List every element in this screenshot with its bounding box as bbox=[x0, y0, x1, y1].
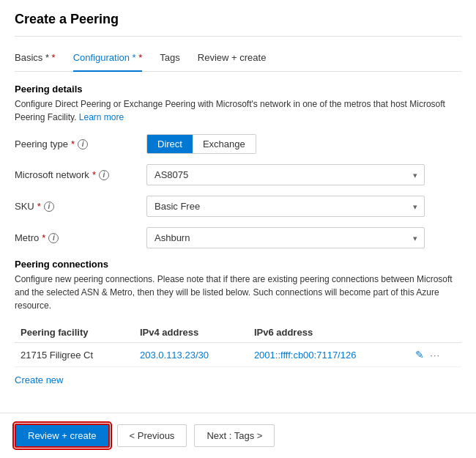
connections-header-row: Peering facility IPv4 address IPv6 addre… bbox=[15, 322, 461, 343]
metro-label: Metro * i bbox=[15, 232, 146, 243]
microsoft-network-select-wrapper: AS8075 ▾ bbox=[146, 164, 425, 185]
next-button[interactable]: Next : Tags > bbox=[194, 424, 275, 447]
required-star-network: * bbox=[92, 169, 96, 180]
chevron-down-icon-metro: ▾ bbox=[413, 233, 417, 243]
col-ipv4: IPv4 address bbox=[134, 322, 248, 343]
microsoft-network-control: AS8075 ▾ bbox=[146, 164, 461, 185]
chevron-down-icon: ▾ bbox=[413, 170, 417, 180]
tab-tags[interactable]: Tags bbox=[160, 46, 179, 72]
metro-info-icon[interactable]: i bbox=[48, 233, 59, 243]
previous-button[interactable]: < Previous bbox=[117, 424, 187, 447]
peering-connections-section: Peering connections Configure new peerin… bbox=[15, 259, 461, 385]
tab-configuration[interactable]: Configuration * bbox=[73, 46, 143, 72]
sku-field: SKU * i Basic Free ▾ bbox=[15, 196, 461, 217]
required-star-sku: * bbox=[37, 201, 41, 212]
ipv4-link[interactable]: 203.0.113.23/30 bbox=[140, 350, 209, 361]
connections-table-body: 21715 Filigree Ct 203.0.113.23/30 2001::… bbox=[15, 343, 461, 367]
sku-info-icon[interactable]: i bbox=[44, 202, 54, 212]
tab-review-create[interactable]: Review + create bbox=[198, 46, 267, 72]
table-row: 21715 Filigree Ct 203.0.113.23/30 2001::… bbox=[15, 343, 461, 367]
more-options-icon[interactable]: ··· bbox=[430, 350, 440, 361]
toggle-direct[interactable]: Direct bbox=[147, 135, 193, 153]
learn-more-link[interactable]: Learn more bbox=[79, 112, 124, 122]
page-title: Create a Peering bbox=[15, 12, 461, 37]
tab-bar: Basics * Configuration * Tags Review + c… bbox=[15, 45, 461, 72]
connections-table: Peering facility IPv4 address IPv6 addre… bbox=[15, 322, 461, 367]
peering-details-section: Peering details Configure Direct Peering… bbox=[15, 84, 461, 248]
ipv4-cell: 203.0.113.23/30 bbox=[134, 343, 248, 367]
create-new-link[interactable]: Create new bbox=[15, 374, 63, 385]
col-ipv6: IPv6 address bbox=[248, 322, 409, 343]
metro-field: Metro * i Ashburn ▾ bbox=[15, 227, 461, 248]
peering-type-control: Direct Exchange bbox=[146, 134, 461, 154]
microsoft-network-field: Microsoft network * i AS8075 ▾ bbox=[15, 164, 461, 185]
sku-label: SKU * i bbox=[15, 201, 146, 212]
edit-icon[interactable]: ✎ bbox=[415, 349, 424, 361]
microsoft-network-info-icon[interactable]: i bbox=[99, 170, 109, 180]
bottom-bar: Review + create < Previous Next : Tags > bbox=[0, 413, 476, 458]
peering-type-field: Peering type * i Direct Exchange bbox=[15, 134, 461, 154]
required-star: * bbox=[71, 138, 75, 149]
peering-type-label: Peering type * i bbox=[15, 138, 146, 149]
main-content: Create a Peering Basics * Configuration … bbox=[0, 0, 476, 385]
required-star-metro: * bbox=[42, 232, 45, 243]
peering-connections-description: Configure new peering connections. Pleas… bbox=[15, 273, 461, 312]
metro-control: Ashburn ▾ bbox=[146, 227, 461, 248]
row-actions: ✎ ··· bbox=[415, 349, 455, 361]
peering-type-info-icon[interactable]: i bbox=[78, 139, 88, 149]
tab-basics[interactable]: Basics * bbox=[15, 46, 56, 72]
sku-select[interactable]: Basic Free ▾ bbox=[146, 196, 425, 217]
metro-select[interactable]: Ashburn ▾ bbox=[146, 227, 425, 248]
page-wrapper: Create a Peering Basics * Configuration … bbox=[0, 0, 476, 458]
actions-cell: ✎ ··· bbox=[409, 343, 461, 367]
peering-details-description: Configure Direct Peering or Exchange Pee… bbox=[15, 97, 461, 124]
col-actions bbox=[409, 322, 461, 343]
peering-type-toggle: Direct Exchange bbox=[146, 134, 256, 154]
toggle-exchange[interactable]: Exchange bbox=[193, 135, 256, 153]
ipv6-cell: 2001::ffff:cb00:7117/126 bbox=[248, 343, 409, 367]
peering-details-title: Peering details bbox=[15, 84, 461, 95]
metro-select-wrapper: Ashburn ▾ bbox=[146, 227, 425, 248]
peering-connections-title: Peering connections bbox=[15, 259, 461, 270]
facility-cell: 21715 Filigree Ct bbox=[15, 343, 134, 367]
sku-select-wrapper: Basic Free ▾ bbox=[146, 196, 425, 217]
review-create-button[interactable]: Review + create bbox=[15, 424, 110, 448]
sku-control: Basic Free ▾ bbox=[146, 196, 461, 217]
chevron-down-icon-sku: ▾ bbox=[413, 202, 417, 211]
col-facility: Peering facility bbox=[15, 322, 134, 343]
ipv6-link[interactable]: 2001::ffff:cb00:7117/126 bbox=[254, 350, 357, 361]
microsoft-network-label: Microsoft network * i bbox=[15, 169, 146, 180]
microsoft-network-select[interactable]: AS8075 ▾ bbox=[146, 164, 425, 185]
connections-table-head: Peering facility IPv4 address IPv6 addre… bbox=[15, 322, 461, 343]
